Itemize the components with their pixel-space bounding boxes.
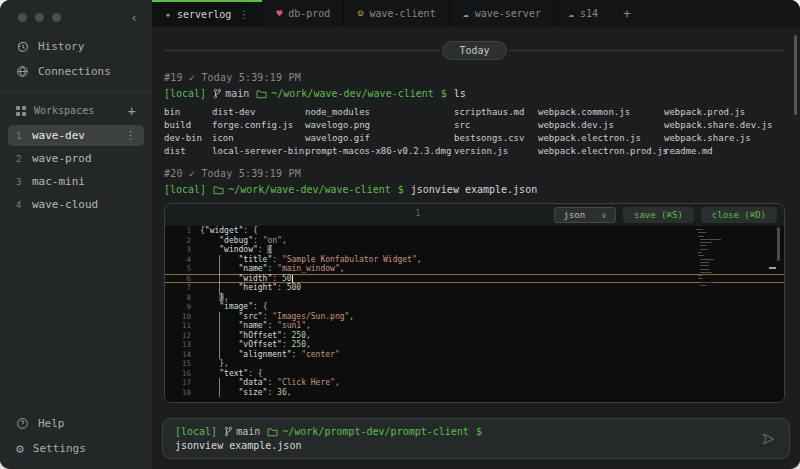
- file-name: build: [164, 119, 212, 132]
- main-scrollbar[interactable]: [794, 35, 797, 115]
- code-text: "vOffset": 250,: [200, 340, 311, 350]
- line-number: 7: [165, 283, 191, 293]
- branch-name: main: [236, 426, 260, 437]
- workspace-number: 4: [16, 200, 23, 210]
- tab-wave-client[interactable]: ☺wave-client: [343, 0, 448, 27]
- file-name: readme.md: [664, 145, 785, 158]
- sidebar-item-help[interactable]: Help: [0, 411, 152, 436]
- line-number: 14: [165, 350, 191, 360]
- sidebar-item-history[interactable]: History: [0, 34, 152, 59]
- line-number: 13: [165, 340, 191, 350]
- cloud-icon: ☁: [463, 9, 469, 19]
- ls-output: bindist-devnode_modulesscripthaus.mdwebp…: [164, 106, 785, 158]
- file-name: src: [454, 119, 538, 132]
- app-window: ‹ History Connections Workspaces + 1wave…: [0, 0, 800, 469]
- cwd-path: ~/work/wave-dev/wave-client: [213, 184, 391, 195]
- workspace-label: wave-prod: [32, 152, 92, 165]
- tab-label: serverlog: [177, 9, 231, 20]
- workspaces-header: Workspaces +: [0, 97, 152, 123]
- file-name: webpack.prod.js: [664, 106, 785, 119]
- code-editor[interactable]: 1{"widget": {2 "debug": "on",3 "window":…: [165, 226, 784, 402]
- code-line: 14 "alignment": "center": [165, 350, 784, 360]
- code-line: 5 "name": "main_window",: [165, 264, 784, 274]
- path-text: ~/work/wave-dev/wave-client: [271, 88, 434, 99]
- file-name: webpack.share.dev.js: [664, 119, 785, 132]
- face-icon: ☺: [357, 9, 363, 19]
- workspace-item-wave-prod[interactable]: 2wave-prod: [8, 148, 144, 169]
- tab-menu-icon[interactable]: ⋮: [239, 9, 249, 20]
- folder-icon: [213, 185, 224, 195]
- collapse-sidebar-icon[interactable]: ‹: [130, 13, 138, 22]
- line-number: 1: [165, 226, 191, 236]
- file-name: webpack.electron.prod.js: [538, 145, 664, 158]
- sidebar-item-label: Help: [38, 417, 65, 430]
- workspace-item-wave-dev[interactable]: 1wave-dev⋮: [8, 125, 144, 146]
- input-prompt-line: [local] main ~/work/prompt-dev/prompt-cl…: [175, 426, 745, 437]
- file-name: icon: [212, 132, 305, 145]
- indent-guide: [219, 312, 220, 360]
- main-area: ✦serverlog⋮♥db-prod☺wave-client☁wave-ser…: [152, 0, 800, 469]
- sidebar-item-label: Settings: [33, 442, 86, 455]
- save-button[interactable]: save (⌘S): [623, 207, 694, 223]
- file-name: node_modules: [305, 106, 454, 119]
- command-number: #20: [164, 168, 183, 179]
- tab-db-prod[interactable]: ♥db-prod: [262, 0, 343, 27]
- sidebar-item-connections[interactable]: Connections: [0, 59, 152, 84]
- minimap-line: [700, 269, 708, 270]
- code-text: "name": "sun1",: [200, 321, 311, 331]
- workspace-label: mac-mini: [32, 175, 85, 188]
- sidebar-item-settings[interactable]: ⚙ Settings: [0, 436, 152, 461]
- text-cursor: [292, 275, 293, 283]
- minimap-line: [700, 239, 721, 240]
- sidebar-divider: [0, 92, 152, 93]
- file-name: dev-bin: [164, 132, 212, 145]
- tab-wave-server[interactable]: ☁wave-server: [449, 0, 554, 27]
- git-branch-icon: [213, 88, 222, 99]
- code-text: "title": "Sample Konfabulator Widget",: [200, 255, 422, 265]
- command-meta: #19 ✓ Today 5:39:19 PM: [164, 72, 785, 83]
- line-number: 6: [165, 275, 191, 283]
- cwd-path: ~/work/prompt-dev/prompt-client: [267, 426, 469, 437]
- line-number: 16: [165, 369, 191, 379]
- file-name: forge.config.js: [212, 119, 305, 132]
- code-text: "size": 36,: [200, 388, 292, 398]
- file-name: version.js: [454, 145, 538, 158]
- line-number: 11: [165, 321, 191, 331]
- minimap-line: [698, 255, 704, 256]
- today-pill[interactable]: Today: [442, 41, 506, 60]
- tab-label: db-prod: [288, 8, 330, 19]
- close-window-icon[interactable]: [18, 13, 27, 22]
- new-tab-button[interactable]: +: [611, 6, 643, 21]
- minimap-line: [700, 245, 706, 246]
- zoom-window-icon[interactable]: [52, 13, 61, 22]
- command-input-box[interactable]: [local] main ~/work/prompt-dev/prompt-cl…: [162, 418, 790, 459]
- code-text: "text": {: [200, 369, 263, 379]
- connections-icon: [16, 65, 29, 78]
- minimap-line: [700, 282, 712, 283]
- file-name: wavelogo.png: [305, 119, 454, 132]
- workspace-item-mac-mini[interactable]: 3mac-mini: [8, 171, 144, 192]
- minimap[interactable]: [696, 229, 772, 288]
- minimize-window-icon[interactable]: [35, 13, 44, 22]
- code-line: 2 "debug": "on",: [165, 236, 784, 246]
- code-text: "debug": "on",: [200, 236, 287, 246]
- git-branch-icon: [224, 426, 233, 437]
- sidebar-item-label: History: [38, 40, 84, 53]
- line-number: 17: [165, 378, 191, 388]
- mode-select[interactable]: json ∨: [554, 207, 617, 223]
- close-button[interactable]: close (⌘D): [701, 207, 777, 223]
- code-line: 12 "hOffset": 250,: [165, 331, 784, 341]
- window-controls: ‹: [0, 0, 152, 34]
- workspace-menu-icon[interactable]: ⋮: [125, 129, 136, 142]
- code-line: 10 "src": "Images/Sun.png",: [165, 312, 784, 322]
- tab-s14[interactable]: ☁s14: [554, 0, 611, 27]
- minimap-line: [698, 278, 703, 279]
- command-input[interactable]: jsonview example.json: [175, 440, 745, 451]
- workspace-item-wave-cloud[interactable]: 4wave-cloud: [8, 194, 144, 215]
- separator-line: [509, 50, 785, 51]
- tab-serverlog[interactable]: ✦serverlog⋮: [152, 0, 262, 27]
- command-text: jsonview example.json: [411, 184, 537, 195]
- editor-scrollbar[interactable]: [777, 227, 780, 261]
- send-icon[interactable]: [761, 431, 776, 446]
- add-workspace-button[interactable]: +: [128, 106, 136, 116]
